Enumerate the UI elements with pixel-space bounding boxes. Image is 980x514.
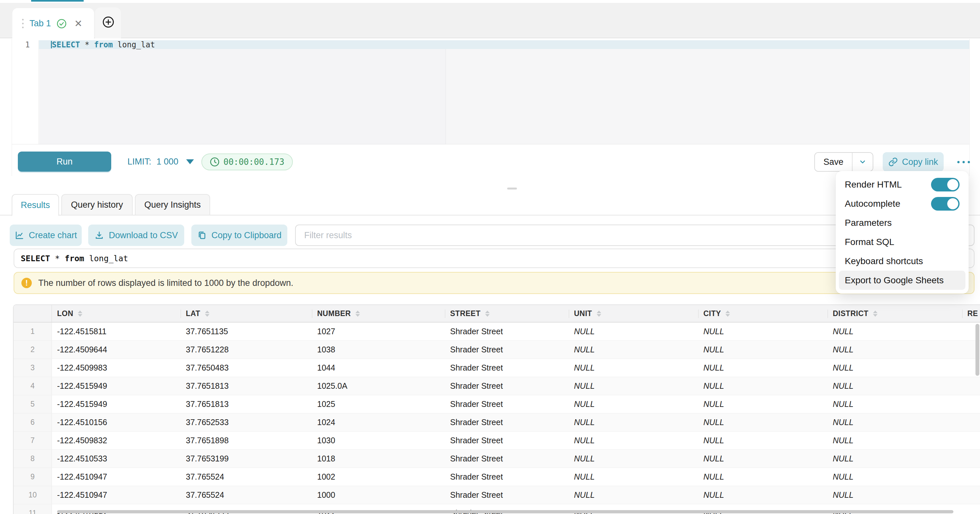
table-cell[interactable]: 1027 bbox=[312, 322, 445, 340]
table-cell[interactable]: NULL bbox=[698, 432, 827, 449]
row-number[interactable]: 3 bbox=[14, 359, 52, 377]
tab-1[interactable]: Tab 1 ✕ bbox=[12, 8, 94, 39]
table-cell[interactable] bbox=[962, 450, 980, 468]
table-cell[interactable] bbox=[962, 468, 980, 486]
table-cell[interactable]: -122.4515949 bbox=[52, 395, 181, 413]
code-content[interactable]: SELECT * from long_lat bbox=[39, 40, 969, 144]
table-cell[interactable]: NULL bbox=[827, 450, 962, 468]
row-number[interactable]: 8 bbox=[14, 450, 52, 468]
row-number[interactable]: 5 bbox=[14, 395, 52, 413]
table-cell[interactable]: 1030 bbox=[312, 432, 445, 449]
drag-handle-icon[interactable] bbox=[22, 19, 24, 28]
table-cell[interactable]: Shrader Street bbox=[445, 413, 569, 431]
vertical-scrollbar[interactable] bbox=[975, 324, 979, 376]
tab-results[interactable]: Results bbox=[12, 194, 59, 216]
table-cell[interactable]: Shrader Street bbox=[445, 395, 569, 413]
table-cell[interactable]: 1024 bbox=[312, 413, 445, 431]
column-header-lon[interactable]: LON bbox=[52, 305, 181, 322]
toggle-switch-on[interactable] bbox=[931, 178, 959, 192]
table-cell[interactable]: NULL bbox=[827, 377, 962, 395]
menu-item-autocomplete[interactable]: Autocomplete bbox=[839, 194, 966, 213]
table-cell[interactable]: 37.7653199 bbox=[181, 450, 312, 468]
sort-icon[interactable] bbox=[725, 311, 730, 317]
limit-dropdown[interactable]: LIMIT: 1 000 bbox=[127, 152, 194, 172]
row-number[interactable]: 10 bbox=[14, 486, 52, 504]
table-cell[interactable]: 37.7651135 bbox=[181, 322, 312, 340]
table-cell[interactable]: NULL bbox=[827, 432, 962, 449]
create-chart-button[interactable]: Create chart bbox=[10, 225, 82, 246]
table-cell[interactable]: NULL bbox=[827, 395, 962, 413]
table-cell[interactable]: 37.765524 bbox=[181, 468, 312, 486]
table-cell[interactable]: Shrader Street bbox=[445, 468, 569, 486]
table-row[interactable]: 7-122.450983237.76518981030Shrader Stree… bbox=[14, 432, 980, 450]
table-row[interactable]: 6-122.451015637.76525331024Shrader Stree… bbox=[14, 413, 980, 432]
table-cell[interactable]: Shrader Street bbox=[445, 341, 569, 359]
table-cell[interactable] bbox=[962, 377, 980, 395]
table-cell[interactable] bbox=[962, 486, 980, 504]
table-cell[interactable] bbox=[962, 432, 980, 449]
table-row[interactable]: 9-122.451094737.7655241002Shrader Street… bbox=[14, 468, 980, 486]
sort-icon[interactable] bbox=[78, 311, 83, 317]
table-cell[interactable]: -122.4515811 bbox=[52, 322, 181, 340]
sort-icon[interactable] bbox=[205, 311, 210, 317]
table-cell[interactable] bbox=[962, 395, 980, 413]
download-csv-button[interactable]: Download to CSV bbox=[88, 225, 184, 246]
table-cell[interactable]: Shrader Street bbox=[445, 432, 569, 449]
menu-item-export-to-google-sheets[interactable]: Export to Google Sheets bbox=[839, 271, 966, 290]
tab-query-insights[interactable]: Query Insights bbox=[135, 194, 210, 215]
code-editor[interactable]: SELECT * from long_lat 1 bbox=[12, 40, 969, 144]
column-header-district[interactable]: DISTRICT bbox=[827, 305, 962, 322]
column-header-lat[interactable]: LAT bbox=[181, 305, 312, 322]
column-header-number[interactable]: NUMBER bbox=[312, 305, 445, 322]
table-cell[interactable]: -122.4510947 bbox=[52, 468, 181, 486]
table-cell[interactable]: NULL bbox=[827, 413, 962, 431]
table-cell[interactable]: NULL bbox=[698, 413, 827, 431]
table-cell[interactable] bbox=[962, 504, 980, 514]
menu-item-render-html[interactable]: Render HTML bbox=[839, 175, 966, 194]
save-button[interactable]: Save bbox=[815, 153, 852, 171]
table-cell[interactable]: NULL bbox=[698, 359, 827, 377]
table-row[interactable]: 5-122.451594937.76518131025Shrader Stree… bbox=[14, 395, 980, 413]
menu-item-keyboard-shortcuts[interactable]: Keyboard shortcuts bbox=[839, 252, 966, 271]
panel-resize-handle[interactable] bbox=[507, 188, 517, 190]
table-cell[interactable]: NULL bbox=[698, 377, 827, 395]
menu-item-parameters[interactable]: Parameters bbox=[839, 213, 966, 232]
table-cell[interactable]: NULL bbox=[569, 486, 698, 504]
table-cell[interactable]: 37.7651898 bbox=[181, 432, 312, 449]
table-cell[interactable]: 37.7651813 bbox=[181, 377, 312, 395]
table-cell[interactable]: NULL bbox=[698, 450, 827, 468]
table-cell[interactable]: 37.765524 bbox=[181, 486, 312, 504]
table-cell[interactable]: NULL bbox=[698, 322, 827, 340]
table-cell[interactable]: NULL bbox=[569, 322, 698, 340]
column-header-city[interactable]: CITY bbox=[698, 305, 827, 322]
table-cell[interactable]: NULL bbox=[827, 341, 962, 359]
sort-icon[interactable] bbox=[485, 311, 490, 317]
table-cell[interactable] bbox=[962, 413, 980, 431]
table-cell[interactable]: NULL bbox=[698, 341, 827, 359]
table-cell[interactable]: 1044 bbox=[312, 359, 445, 377]
table-cell[interactable]: 1025 bbox=[312, 395, 445, 413]
table-cell[interactable]: NULL bbox=[569, 395, 698, 413]
table-row[interactable]: 3-122.450998337.76504831044Shrader Stree… bbox=[14, 359, 980, 377]
table-cell[interactable]: Shrader Street bbox=[445, 359, 569, 377]
table-cell[interactable]: 1025.0A bbox=[312, 377, 445, 395]
table-cell[interactable]: Shrader Street bbox=[445, 450, 569, 468]
row-number[interactable]: 9 bbox=[14, 468, 52, 486]
column-header-re[interactable]: RE bbox=[962, 305, 980, 322]
row-number[interactable]: 4 bbox=[14, 377, 52, 395]
more-options-button[interactable] bbox=[955, 156, 972, 168]
table-row[interactable]: 4-122.451594937.76518131025.0AShrader St… bbox=[14, 377, 980, 395]
run-button[interactable]: Run bbox=[18, 152, 111, 172]
table-cell[interactable]: 1002 bbox=[312, 468, 445, 486]
table-cell[interactable]: NULL bbox=[827, 486, 962, 504]
tab-query-history[interactable]: Query history bbox=[61, 194, 133, 215]
table-cell[interactable]: Shrader Street bbox=[445, 377, 569, 395]
table-cell[interactable]: 1000 bbox=[312, 486, 445, 504]
sort-icon[interactable] bbox=[873, 311, 878, 317]
table-row[interactable]: 8-122.451053337.76531991018Shrader Stree… bbox=[14, 450, 980, 468]
table-cell[interactable]: -122.4510156 bbox=[52, 413, 181, 431]
table-cell[interactable]: 37.7651228 bbox=[181, 341, 312, 359]
table-cell[interactable]: 37.7652533 bbox=[181, 413, 312, 431]
table-cell[interactable]: -122.4510533 bbox=[52, 450, 181, 468]
row-number[interactable]: 1 bbox=[14, 322, 52, 340]
